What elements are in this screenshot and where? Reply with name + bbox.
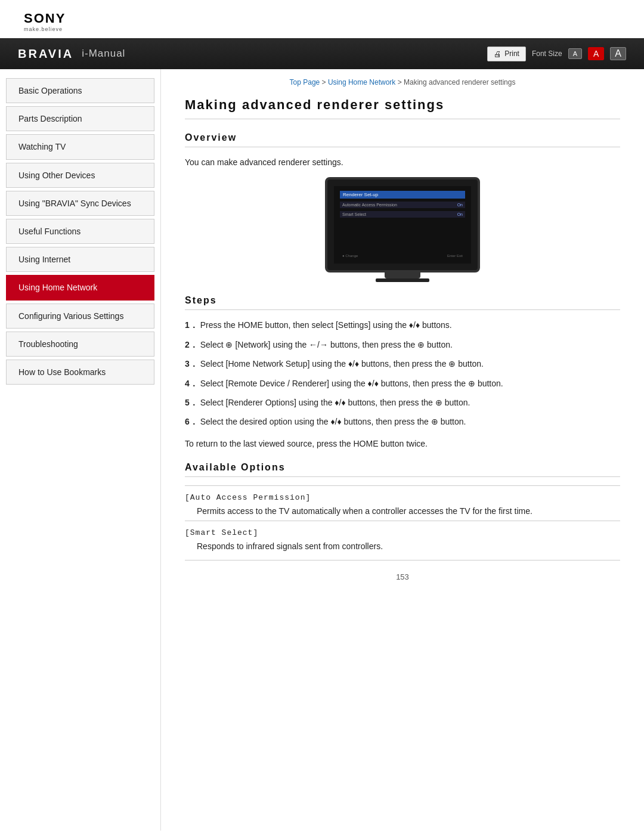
sony-logo-text: SONY xyxy=(24,11,66,26)
imanual-title: i-Manual xyxy=(82,48,125,60)
step-1-num: 1． xyxy=(185,320,198,330)
breadcrumb-using-home-network[interactable]: Using Home Network xyxy=(328,78,395,86)
tv-bottom-right: Enter Exit xyxy=(447,254,463,258)
tv-stand xyxy=(385,272,420,278)
step-1-text: Press the HOME button, then select [Sett… xyxy=(200,320,452,330)
step-6-text: Select the desired option using the ♦/♦ … xyxy=(200,417,466,426)
sony-logo: SONY make.believe xyxy=(24,11,620,32)
step-4-text: Select [Remote Device / Renderer] using … xyxy=(200,379,503,388)
option-auto-access-desc: Permits access to the TV automatically w… xyxy=(185,504,620,518)
sidebar-item-configuring-settings[interactable]: Configuring Various Settings xyxy=(6,304,154,329)
tv-row-1: Automatic Access Permission On xyxy=(340,202,465,208)
tv-row1-label: Automatic Access Permission xyxy=(342,203,397,207)
top-header: SONY make.believe xyxy=(0,0,644,38)
step-3-num: 3． xyxy=(185,359,198,368)
option-smart-select: [Smart Select] Responds to infrared sign… xyxy=(185,521,620,561)
step-2: 2． Select ⊕ [Network] using the ←/→ butt… xyxy=(185,338,620,351)
sidebar-item-using-other-devices[interactable]: Using Other Devices xyxy=(6,163,154,188)
tv-screenshot: Renderer Set-up Automatic Access Permiss… xyxy=(185,177,620,282)
option-smart-select-label: [Smart Select] xyxy=(185,528,620,537)
option-auto-access-label: [Auto Access Permission] xyxy=(185,493,620,502)
sidebar-item-how-to-use-bookmarks[interactable]: How to Use Bookmarks xyxy=(6,360,154,385)
sidebar-item-useful-functions[interactable]: Useful Functions xyxy=(6,219,154,244)
step-2-text: Select ⊕ [Network] using the ←/→ buttons… xyxy=(200,340,453,349)
overview-heading: Overview xyxy=(185,132,620,147)
font-size-small-button[interactable]: A xyxy=(568,48,582,59)
sony-tagline: make.believe xyxy=(24,26,63,32)
bravia-logo: BRAVIA xyxy=(18,47,73,61)
step-4: 4． Select [Remote Device / Renderer] usi… xyxy=(185,377,620,390)
content-area: Top Page > Using Home Network > Making a… xyxy=(161,69,644,831)
steps-list: 1． Press the HOME button, then select [S… xyxy=(185,318,620,428)
breadcrumb: Top Page > Using Home Network > Making a… xyxy=(185,78,620,86)
tv-row-2: Smart Select On xyxy=(340,211,465,218)
step-1: 1． Press the HOME button, then select [S… xyxy=(185,318,620,332)
font-size-medium-button[interactable]: A xyxy=(588,47,604,60)
step-4-num: 4． xyxy=(185,379,198,388)
return-note: To return to the last viewed source, pre… xyxy=(185,437,620,450)
tv-row1-value: On xyxy=(457,203,463,207)
tv-base xyxy=(376,278,429,282)
available-options-heading: Available Options xyxy=(185,462,620,477)
nav-bar: BRAVIA i-Manual 🖨 Print Font Size A A A xyxy=(0,38,644,69)
font-size-large-button[interactable]: A xyxy=(610,47,626,60)
option-auto-access: [Auto Access Permission] Permits access … xyxy=(185,485,620,520)
page-title: Making advanced renderer settings xyxy=(185,97,620,119)
tv-row2-value: On xyxy=(457,212,463,216)
print-icon: 🖨 xyxy=(494,49,501,58)
step-6: 6． Select the desired option using the ♦… xyxy=(185,415,620,428)
step-5: 5． Select [Renderer Options] using the ♦… xyxy=(185,396,620,409)
step-6-num: 6． xyxy=(185,417,198,426)
sidebar: Basic Operations Parts Description Watch… xyxy=(0,69,161,831)
nav-bar-controls: 🖨 Print Font Size A A A xyxy=(487,47,626,61)
breadcrumb-current: Making advanced renderer settings xyxy=(404,78,515,86)
font-size-label: Font Size xyxy=(532,49,562,58)
sidebar-item-troubleshooting[interactable]: Troubleshooting xyxy=(6,332,154,357)
breadcrumb-sep2: > xyxy=(395,78,404,86)
sidebar-item-parts-description[interactable]: Parts Description xyxy=(6,106,154,131)
tv-title-bar: Renderer Set-up xyxy=(340,191,465,199)
print-label: Print xyxy=(504,49,519,58)
breadcrumb-top-page[interactable]: Top Page xyxy=(290,78,320,86)
options-section: [Auto Access Permission] Permits access … xyxy=(185,485,620,561)
sidebar-item-using-home-network[interactable]: Using Home Network xyxy=(6,275,154,300)
print-button[interactable]: 🖨 Print xyxy=(487,47,526,61)
sidebar-item-using-internet[interactable]: Using Internet xyxy=(6,247,154,272)
tv-mockup: Renderer Set-up Automatic Access Permiss… xyxy=(325,177,480,282)
tv-bottom-left: ● Change xyxy=(342,254,358,258)
step-5-text: Select [Renderer Options] using the ♦/♦ … xyxy=(200,398,470,407)
breadcrumb-sep1: > xyxy=(320,78,328,86)
page-number: 153 xyxy=(185,561,620,587)
option-smart-select-desc: Responds to infrared signals sent from c… xyxy=(185,540,620,553)
main-layout: Basic Operations Parts Description Watch… xyxy=(0,69,644,831)
nav-bar-title: BRAVIA i-Manual xyxy=(18,47,125,61)
tv-bottom-bar: ● Change Enter Exit xyxy=(340,253,465,259)
step-3-text: Select [Home Network Setup] using the ♦/… xyxy=(200,359,484,368)
tv-display: Renderer Set-up Automatic Access Permiss… xyxy=(325,177,480,272)
sidebar-item-watching-tv[interactable]: Watching TV xyxy=(6,134,154,159)
step-2-num: 2． xyxy=(185,340,198,349)
step-3: 3． Select [Home Network Setup] using the… xyxy=(185,357,620,370)
steps-heading: Steps xyxy=(185,295,620,310)
sidebar-item-basic-operations[interactable]: Basic Operations xyxy=(6,78,154,103)
tv-row2-label: Smart Select xyxy=(342,212,366,216)
overview-text: You can make advanced renderer settings. xyxy=(185,156,620,169)
tv-screen: Renderer Set-up Automatic Access Permiss… xyxy=(334,186,471,264)
step-5-num: 5． xyxy=(185,398,198,407)
sidebar-item-using-bravia-sync[interactable]: Using "BRAVIA" Sync Devices xyxy=(6,191,154,216)
